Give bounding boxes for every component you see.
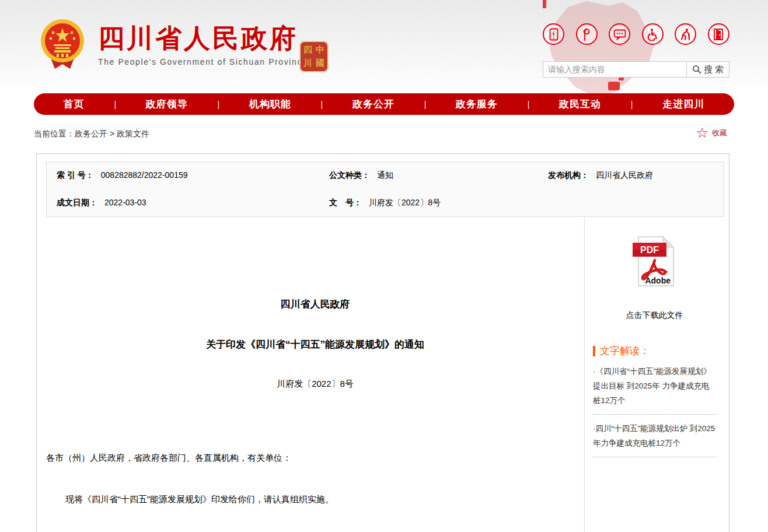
breadcrumb-separator: >	[110, 129, 114, 138]
document-number: 川府发〔2022〕8号	[46, 379, 584, 390]
meta-docno-label: 文 号：	[329, 198, 362, 207]
download-link[interactable]: 点击下载此文件	[593, 310, 716, 321]
china-sichuan-seal: 四 中 川 國	[299, 41, 329, 72]
search-bar: 搜 索	[543, 61, 729, 78]
site-title: 四川省人民政府	[98, 23, 308, 54]
door-exit-icon[interactable]	[708, 23, 729, 45]
nav-divider: |	[114, 100, 116, 109]
document-title: 关于印发《四川省“十四五”能源发展规划》的通知	[46, 338, 584, 351]
search-icon	[692, 65, 701, 74]
national-emblem-logo	[39, 19, 86, 70]
interpretation-title: 文字解读：	[600, 344, 650, 358]
seal-char: 中	[316, 44, 324, 55]
document-paragraph: 各市（州）人民政府，省政府各部门、各直属机构，有关单位：	[46, 453, 584, 464]
seal-char: 四	[303, 44, 312, 55]
wheelchair-accessibility-icon[interactable]	[642, 23, 664, 45]
meta-type: 公文种类：通知	[319, 170, 538, 181]
seal-char: 國	[316, 58, 324, 69]
nav-item-services[interactable]: 政务服务	[456, 97, 498, 111]
interpretation-link[interactable]: ·四川“十四五”能源规划出炉 到2025年力争建成充电桩12万个	[593, 415, 716, 457]
nav-divider: |	[321, 100, 323, 109]
p-badge-icon[interactable]	[576, 23, 598, 45]
breadcrumb-prefix: 当前位置：	[34, 129, 75, 138]
message-icon[interactable]	[609, 23, 630, 45]
nav-divider: |	[528, 100, 530, 109]
quick-icon-row	[543, 23, 729, 45]
meta-type-label: 公文种类：	[329, 170, 370, 180]
meta-index: 索 引 号：008282882/2022-00159	[47, 170, 319, 181]
map-fragment	[608, 82, 620, 90]
favorite-star-icon: ☆	[696, 126, 708, 140]
interpretation-accent-bar	[593, 346, 595, 356]
page-header: 四川省人民政府 The People's Government of Sichu…	[0, 0, 768, 88]
nav-item-functions[interactable]: 机构职能	[249, 97, 291, 111]
pdf-badge-text: PDF	[640, 245, 659, 255]
main-nav: 首页 | 政府领导 | 机构职能 | 政务公开 | 政务服务 | 政民互动 | …	[34, 93, 734, 115]
nav-item-interaction[interactable]: 政民互动	[559, 97, 601, 111]
document-meta-table: 索 引 号：008282882/2022-00159 公文种类：通知 发布机构：…	[46, 162, 724, 217]
nav-item-info-disclosure[interactable]: 政务公开	[352, 97, 395, 111]
favorite-label: 收藏	[712, 128, 727, 138]
elder-mode-icon[interactable]	[675, 23, 696, 45]
seal-char: 川	[303, 58, 312, 69]
meta-org-value: 四川省人民政府	[596, 170, 653, 180]
breadcrumb: 当前位置：政务公开 > 政策文件	[34, 129, 149, 139]
nav-divider: |	[424, 100, 427, 109]
search-button[interactable]: 搜 索	[686, 62, 729, 77]
nav-item-about-sichuan[interactable]: 走进四川	[662, 97, 704, 111]
meta-index-label: 索 引 号：	[57, 170, 94, 180]
breadcrumb-link-section[interactable]: 政务公开	[75, 129, 107, 138]
search-input[interactable]	[543, 62, 686, 77]
adobe-label-text: Adobe	[645, 276, 671, 285]
sichuan-map-watermark	[546, 0, 659, 98]
favorite-button[interactable]: ☆ 收藏	[696, 126, 727, 140]
document-body: 四川省人民政府 关于印发《四川省“十四五”能源发展规划》的通知 川府发〔2022…	[46, 217, 584, 532]
breadcrumb-link-page[interactable]: 政策文件	[117, 129, 149, 138]
meta-type-value: 通知	[377, 170, 393, 180]
content-box: 索 引 号：008282882/2022-00159 公文种类：通知 发布机构：…	[36, 153, 729, 532]
site-subtitle: The People's Government of Sichuan Provi…	[98, 57, 308, 66]
meta-docno-value: 川府发〔2022〕8号	[369, 198, 441, 207]
interpretation-header: 文字解读：	[593, 344, 716, 358]
document-issuer: 四川省人民政府	[46, 298, 584, 311]
pdf-file-icon[interactable]: PDF Adobe	[630, 235, 679, 290]
meta-org-label: 发布机构：	[548, 170, 589, 180]
meta-date-value: 2022-03-03	[104, 198, 146, 207]
nav-divider: |	[631, 100, 633, 109]
interpretation-link[interactable]: ·《四川省“十四五”能源发展规划》提出目标 到2025年 力争建成充电桩12万个	[593, 358, 716, 415]
meta-org: 发布机构：四川省人民政府	[538, 170, 725, 181]
meta-docno: 文 号：川府发〔2022〕8号	[319, 198, 538, 208]
meta-index-value: 008282882/2022-00159	[101, 170, 188, 180]
search-button-label: 搜 索	[704, 64, 724, 75]
right-sidebar: PDF Adobe 点击下载此文件 文字解读： ·《四川省“十四五”能源发展规划…	[584, 217, 724, 532]
mobile-icon[interactable]	[543, 23, 564, 45]
nav-divider: |	[218, 100, 220, 109]
map-fragment	[543, 0, 546, 8]
document-paragraph: 现将《四川省“十四五”能源发展规划》印发给你们，请认真组织实施。	[46, 494, 584, 505]
nav-item-home[interactable]: 首页	[64, 97, 85, 111]
meta-date-label: 成文日期：	[57, 198, 97, 207]
meta-date: 成文日期：2022-03-03	[47, 198, 319, 208]
nav-item-leaders[interactable]: 政府领导	[146, 97, 188, 111]
